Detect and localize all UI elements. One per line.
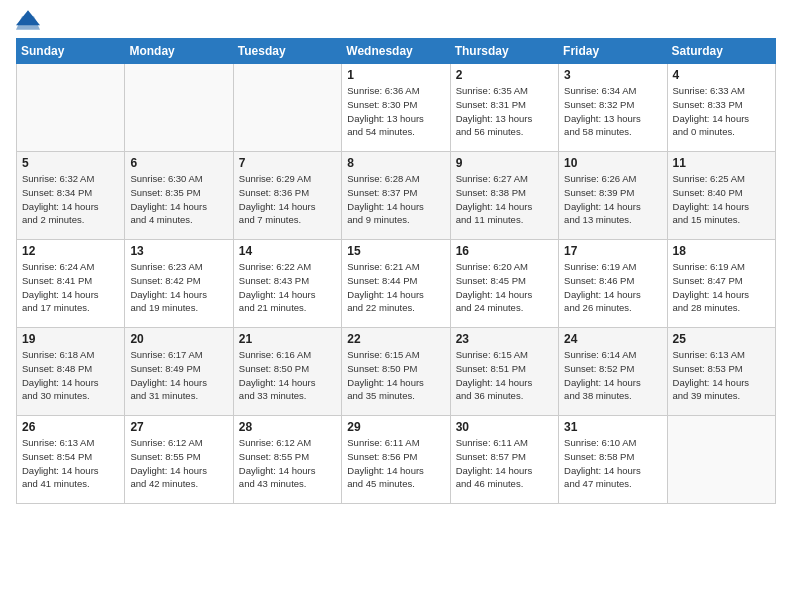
- day-info: Sunrise: 6:26 AMSunset: 8:39 PMDaylight:…: [564, 172, 661, 227]
- calendar-cell: 21Sunrise: 6:16 AMSunset: 8:50 PMDayligh…: [233, 328, 341, 416]
- week-row-5: 26Sunrise: 6:13 AMSunset: 8:54 PMDayligh…: [17, 416, 776, 504]
- day-number: 30: [456, 420, 553, 434]
- calendar-cell: 3Sunrise: 6:34 AMSunset: 8:32 PMDaylight…: [559, 64, 667, 152]
- day-number: 9: [456, 156, 553, 170]
- day-info: Sunrise: 6:15 AMSunset: 8:50 PMDaylight:…: [347, 348, 444, 403]
- day-number: 18: [673, 244, 770, 258]
- day-info: Sunrise: 6:29 AMSunset: 8:36 PMDaylight:…: [239, 172, 336, 227]
- week-row-2: 5Sunrise: 6:32 AMSunset: 8:34 PMDaylight…: [17, 152, 776, 240]
- day-info: Sunrise: 6:24 AMSunset: 8:41 PMDaylight:…: [22, 260, 119, 315]
- calendar-cell: 4Sunrise: 6:33 AMSunset: 8:33 PMDaylight…: [667, 64, 775, 152]
- day-info: Sunrise: 6:35 AMSunset: 8:31 PMDaylight:…: [456, 84, 553, 139]
- calendar-cell: 24Sunrise: 6:14 AMSunset: 8:52 PMDayligh…: [559, 328, 667, 416]
- calendar-cell: 14Sunrise: 6:22 AMSunset: 8:43 PMDayligh…: [233, 240, 341, 328]
- day-info: Sunrise: 6:22 AMSunset: 8:43 PMDaylight:…: [239, 260, 336, 315]
- day-number: 23: [456, 332, 553, 346]
- day-number: 16: [456, 244, 553, 258]
- day-number: 17: [564, 244, 661, 258]
- logo-icon: [16, 10, 40, 30]
- week-row-4: 19Sunrise: 6:18 AMSunset: 8:48 PMDayligh…: [17, 328, 776, 416]
- header: [16, 10, 776, 30]
- calendar-cell: 20Sunrise: 6:17 AMSunset: 8:49 PMDayligh…: [125, 328, 233, 416]
- weekday-header-wednesday: Wednesday: [342, 39, 450, 64]
- day-info: Sunrise: 6:27 AMSunset: 8:38 PMDaylight:…: [456, 172, 553, 227]
- day-number: 13: [130, 244, 227, 258]
- calendar-cell: 10Sunrise: 6:26 AMSunset: 8:39 PMDayligh…: [559, 152, 667, 240]
- day-info: Sunrise: 6:28 AMSunset: 8:37 PMDaylight:…: [347, 172, 444, 227]
- page: SundayMondayTuesdayWednesdayThursdayFrid…: [0, 0, 792, 612]
- calendar-cell: 15Sunrise: 6:21 AMSunset: 8:44 PMDayligh…: [342, 240, 450, 328]
- day-info: Sunrise: 6:23 AMSunset: 8:42 PMDaylight:…: [130, 260, 227, 315]
- day-number: 25: [673, 332, 770, 346]
- calendar-cell: [233, 64, 341, 152]
- day-number: 28: [239, 420, 336, 434]
- calendar-cell: 16Sunrise: 6:20 AMSunset: 8:45 PMDayligh…: [450, 240, 558, 328]
- calendar-cell: 19Sunrise: 6:18 AMSunset: 8:48 PMDayligh…: [17, 328, 125, 416]
- calendar-cell: 30Sunrise: 6:11 AMSunset: 8:57 PMDayligh…: [450, 416, 558, 504]
- day-number: 12: [22, 244, 119, 258]
- day-info: Sunrise: 6:13 AMSunset: 8:54 PMDaylight:…: [22, 436, 119, 491]
- day-info: Sunrise: 6:13 AMSunset: 8:53 PMDaylight:…: [673, 348, 770, 403]
- day-number: 7: [239, 156, 336, 170]
- day-info: Sunrise: 6:36 AMSunset: 8:30 PMDaylight:…: [347, 84, 444, 139]
- day-info: Sunrise: 6:10 AMSunset: 8:58 PMDaylight:…: [564, 436, 661, 491]
- day-number: 6: [130, 156, 227, 170]
- calendar-cell: 26Sunrise: 6:13 AMSunset: 8:54 PMDayligh…: [17, 416, 125, 504]
- calendar-cell: 18Sunrise: 6:19 AMSunset: 8:47 PMDayligh…: [667, 240, 775, 328]
- day-number: 31: [564, 420, 661, 434]
- calendar-cell: 25Sunrise: 6:13 AMSunset: 8:53 PMDayligh…: [667, 328, 775, 416]
- calendar-cell: 12Sunrise: 6:24 AMSunset: 8:41 PMDayligh…: [17, 240, 125, 328]
- day-info: Sunrise: 6:32 AMSunset: 8:34 PMDaylight:…: [22, 172, 119, 227]
- weekday-header-row: SundayMondayTuesdayWednesdayThursdayFrid…: [17, 39, 776, 64]
- day-number: 14: [239, 244, 336, 258]
- day-number: 27: [130, 420, 227, 434]
- day-number: 19: [22, 332, 119, 346]
- day-number: 10: [564, 156, 661, 170]
- calendar-cell: 8Sunrise: 6:28 AMSunset: 8:37 PMDaylight…: [342, 152, 450, 240]
- day-info: Sunrise: 6:30 AMSunset: 8:35 PMDaylight:…: [130, 172, 227, 227]
- weekday-header-monday: Monday: [125, 39, 233, 64]
- svg-marker-1: [16, 16, 40, 30]
- day-info: Sunrise: 6:16 AMSunset: 8:50 PMDaylight:…: [239, 348, 336, 403]
- day-info: Sunrise: 6:14 AMSunset: 8:52 PMDaylight:…: [564, 348, 661, 403]
- day-number: 2: [456, 68, 553, 82]
- calendar-cell: 9Sunrise: 6:27 AMSunset: 8:38 PMDaylight…: [450, 152, 558, 240]
- day-number: 3: [564, 68, 661, 82]
- day-info: Sunrise: 6:11 AMSunset: 8:56 PMDaylight:…: [347, 436, 444, 491]
- day-number: 15: [347, 244, 444, 258]
- calendar-cell: 27Sunrise: 6:12 AMSunset: 8:55 PMDayligh…: [125, 416, 233, 504]
- calendar-cell: [125, 64, 233, 152]
- weekday-header-thursday: Thursday: [450, 39, 558, 64]
- calendar-cell: 2Sunrise: 6:35 AMSunset: 8:31 PMDaylight…: [450, 64, 558, 152]
- weekday-header-sunday: Sunday: [17, 39, 125, 64]
- calendar-table: SundayMondayTuesdayWednesdayThursdayFrid…: [16, 38, 776, 504]
- day-number: 21: [239, 332, 336, 346]
- day-info: Sunrise: 6:18 AMSunset: 8:48 PMDaylight:…: [22, 348, 119, 403]
- calendar-cell: 13Sunrise: 6:23 AMSunset: 8:42 PMDayligh…: [125, 240, 233, 328]
- day-number: 26: [22, 420, 119, 434]
- weekday-header-saturday: Saturday: [667, 39, 775, 64]
- day-number: 4: [673, 68, 770, 82]
- day-info: Sunrise: 6:12 AMSunset: 8:55 PMDaylight:…: [239, 436, 336, 491]
- day-info: Sunrise: 6:11 AMSunset: 8:57 PMDaylight:…: [456, 436, 553, 491]
- calendar-cell: 17Sunrise: 6:19 AMSunset: 8:46 PMDayligh…: [559, 240, 667, 328]
- calendar-cell: 11Sunrise: 6:25 AMSunset: 8:40 PMDayligh…: [667, 152, 775, 240]
- logo: [16, 10, 44, 30]
- day-info: Sunrise: 6:19 AMSunset: 8:46 PMDaylight:…: [564, 260, 661, 315]
- day-info: Sunrise: 6:12 AMSunset: 8:55 PMDaylight:…: [130, 436, 227, 491]
- day-info: Sunrise: 6:17 AMSunset: 8:49 PMDaylight:…: [130, 348, 227, 403]
- calendar-cell: 5Sunrise: 6:32 AMSunset: 8:34 PMDaylight…: [17, 152, 125, 240]
- day-number: 22: [347, 332, 444, 346]
- calendar-cell: [17, 64, 125, 152]
- day-number: 29: [347, 420, 444, 434]
- day-number: 20: [130, 332, 227, 346]
- day-number: 11: [673, 156, 770, 170]
- calendar-cell: 23Sunrise: 6:15 AMSunset: 8:51 PMDayligh…: [450, 328, 558, 416]
- day-info: Sunrise: 6:15 AMSunset: 8:51 PMDaylight:…: [456, 348, 553, 403]
- day-info: Sunrise: 6:34 AMSunset: 8:32 PMDaylight:…: [564, 84, 661, 139]
- week-row-1: 1Sunrise: 6:36 AMSunset: 8:30 PMDaylight…: [17, 64, 776, 152]
- day-number: 24: [564, 332, 661, 346]
- day-number: 1: [347, 68, 444, 82]
- weekday-header-tuesday: Tuesday: [233, 39, 341, 64]
- week-row-3: 12Sunrise: 6:24 AMSunset: 8:41 PMDayligh…: [17, 240, 776, 328]
